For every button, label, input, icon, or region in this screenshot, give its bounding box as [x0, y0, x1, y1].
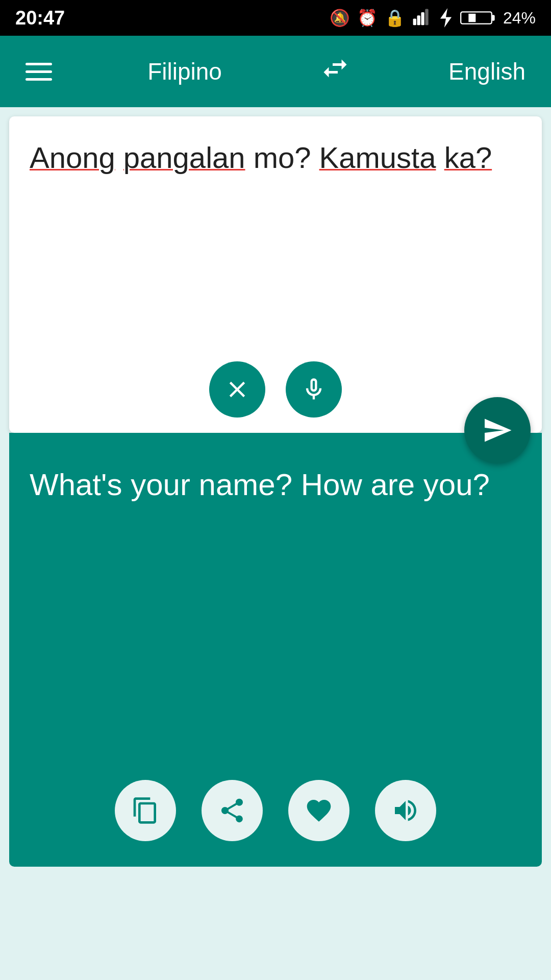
svg-rect-2 — [421, 12, 424, 25]
svg-rect-3 — [425, 9, 428, 26]
source-language[interactable]: Filipino — [147, 58, 222, 85]
target-language[interactable]: English — [448, 58, 525, 85]
word-pangalan: pangalan — [123, 141, 245, 174]
close-icon — [224, 376, 251, 403]
word-kamusta: Kamusta — [319, 141, 436, 174]
copy-button[interactable] — [115, 780, 176, 841]
lock-icon: 🔒 — [385, 8, 405, 28]
svg-rect-6 — [468, 14, 475, 22]
copy-icon — [131, 796, 160, 825]
notification-muted-icon: 🔕 — [330, 8, 350, 28]
status-time: 20:47 — [15, 7, 65, 29]
word-ka: ka? — [444, 141, 492, 174]
output-area: What's your name? How are you? — [9, 433, 542, 867]
toolbar: Filipino English — [0, 36, 551, 107]
svg-rect-5 — [461, 12, 492, 23]
input-area[interactable]: Anong pangalan mo? Kamusta ka? — [9, 116, 542, 433]
translate-button[interactable] — [464, 397, 531, 463]
share-button[interactable] — [202, 780, 263, 841]
heart-icon — [305, 796, 333, 825]
svg-rect-7 — [492, 15, 495, 21]
word-anong: Anong — [30, 141, 115, 174]
word-mo: mo? — [254, 141, 319, 174]
svg-rect-1 — [417, 15, 420, 25]
input-actions — [9, 361, 542, 418]
input-text: Anong pangalan mo? Kamusta ka? — [30, 137, 521, 178]
signal-icon — [412, 8, 432, 28]
alarm-icon: ⏰ — [357, 8, 378, 28]
favorite-button[interactable] — [288, 780, 349, 841]
menu-button[interactable] — [26, 63, 52, 81]
output-text: What's your name? How are you? — [30, 463, 521, 506]
status-icons: 🔕 ⏰ 🔒 24% — [330, 8, 536, 28]
charging-icon — [439, 8, 453, 28]
mic-icon — [300, 376, 327, 403]
swap-languages-button[interactable] — [317, 53, 353, 90]
svg-rect-0 — [413, 19, 416, 26]
output-actions — [9, 780, 542, 841]
battery-icon — [460, 8, 496, 28]
mic-button[interactable] — [286, 361, 342, 418]
volume-icon — [391, 796, 420, 825]
send-icon — [482, 415, 513, 446]
input-wrapper: Anong pangalan mo? Kamusta ka? — [0, 116, 551, 433]
speaker-button[interactable] — [375, 780, 436, 841]
status-bar: 20:47 🔕 ⏰ 🔒 24% — [0, 0, 551, 36]
clear-button[interactable] — [209, 361, 265, 418]
battery-percent: 24% — [503, 9, 536, 28]
svg-marker-4 — [440, 8, 452, 28]
share-icon — [218, 796, 246, 825]
